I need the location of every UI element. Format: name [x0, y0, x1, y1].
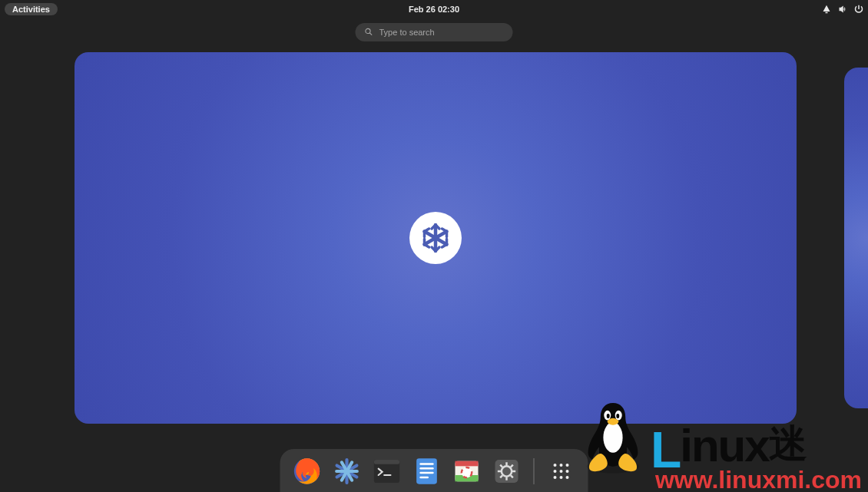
network-icon[interactable]	[822, 5, 831, 14]
svg-line-12	[442, 245, 447, 248]
search-input[interactable]	[379, 28, 504, 37]
power-icon[interactable]	[854, 5, 863, 14]
watermark-title: Linux迷	[651, 424, 806, 475]
snowflake-icon	[416, 219, 455, 257]
svg-point-0	[366, 28, 370, 33]
svg-rect-31	[419, 477, 429, 479]
search-icon	[365, 28, 373, 38]
show-applications-button[interactable]	[545, 455, 578, 487]
files-icon	[412, 456, 442, 487]
dock-item-nixos[interactable]	[331, 455, 363, 487]
svg-rect-30	[419, 472, 433, 474]
dock-item-files[interactable]	[411, 455, 443, 487]
system-tray[interactable]	[822, 5, 863, 14]
svg-point-35	[462, 467, 472, 477]
svg-line-14	[425, 245, 429, 248]
apps-grid-icon	[554, 464, 569, 479]
svg-rect-33	[456, 461, 479, 467]
svg-rect-27	[416, 458, 437, 484]
dock	[280, 449, 588, 492]
dock-item-terminal[interactable]	[371, 455, 403, 487]
svg-point-48	[603, 422, 622, 453]
svg-line-10	[425, 229, 429, 232]
watermark-url: www.linuxmi.com	[655, 467, 862, 492]
svg-rect-25	[374, 460, 399, 464]
svg-rect-28	[419, 463, 433, 465]
firefox-icon	[292, 456, 323, 487]
nixos-logo-badge	[409, 212, 462, 264]
svg-line-16	[442, 229, 447, 232]
clock-label: Feb 26 02:30	[409, 5, 459, 14]
volume-icon[interactable]	[838, 5, 847, 14]
dock-item-help[interactable]	[451, 455, 483, 487]
svg-rect-29	[419, 467, 433, 470]
svg-line-1	[369, 32, 372, 35]
settings-icon	[492, 456, 522, 487]
nixos-icon	[332, 456, 363, 487]
activities-button[interactable]: Activities	[5, 3, 58, 15]
workspace-2[interactable]	[844, 68, 868, 408]
dock-separator	[534, 458, 535, 484]
svg-point-47	[587, 460, 639, 474]
dock-item-settings[interactable]	[491, 455, 523, 487]
help-icon	[452, 456, 482, 487]
terminal-icon	[372, 456, 403, 487]
activities-label: Activities	[12, 5, 50, 14]
workspace-1[interactable]	[75, 52, 797, 424]
top-bar: Activities Feb 26 02:30	[0, 0, 868, 18]
dock-item-firefox[interactable]	[291, 455, 323, 487]
search-bar[interactable]	[356, 23, 513, 41]
clock[interactable]: Feb 26 02:30	[409, 5, 459, 14]
